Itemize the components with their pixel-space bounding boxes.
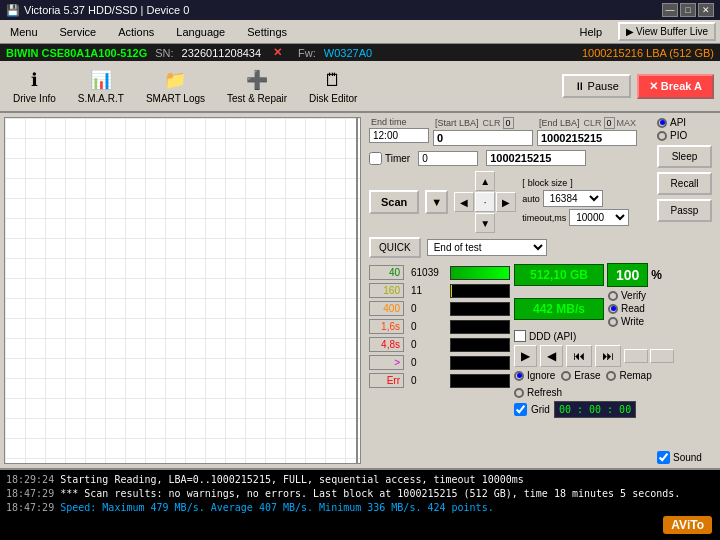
stat-value-gt: 0 [411,357,446,368]
grid-time: 00 : 00 : 00 [554,401,636,418]
api-radio[interactable]: API [657,117,718,128]
right-panel: End time [Start LBA] CLR 0 [End LBA] CLR… [365,113,655,468]
api-radio-dot [657,118,667,128]
stat-value-400: 0 [411,303,446,314]
menu-item-language[interactable]: Language [170,24,231,40]
playback-row: ▶ ◀ ⏮ ⏭ [514,345,674,367]
play-button[interactable]: ▶ [514,345,537,367]
nav-arrows: ▲ ◀ · ▶ ▼ [454,171,516,233]
sn-value: 2326011208434 [182,47,262,59]
device-close[interactable]: ✕ [273,46,282,59]
ignore-radio[interactable]: Ignore [514,370,555,381]
stat-value-4800: 0 [411,339,446,350]
nav-down[interactable]: ▼ [475,213,495,233]
menu-item-menu[interactable]: Menu [4,24,44,40]
timer-checkbox[interactable] [369,152,382,165]
skip-forward-button[interactable]: ⏭ [595,345,621,367]
end-time-input[interactable] [369,128,429,143]
pause-icon: ⏸ [574,80,585,92]
quick-button[interactable]: QUICK [369,237,421,258]
sleep-button[interactable]: Sleep [657,145,712,168]
graph-area [4,117,361,464]
start-lba-input[interactable] [433,130,533,146]
clr-label1: CLR [483,118,501,128]
size-display: 512,10 GB [514,264,604,286]
menu-bar: Menu Service Actions Language Settings H… [0,20,720,44]
timer-lba-input[interactable] [486,150,586,166]
smart-logs-label: SMART Logs [146,93,205,104]
max-label: MAX [617,118,637,128]
timeout-label: timeout,ms [522,213,566,223]
refresh-radio[interactable]: Refresh [514,387,562,398]
test-repair-button[interactable]: ➕ Test & Repair [220,65,294,107]
toolbar: ℹ Drive Info 📊 S.M.A.R.T 📁 SMART Logs ➕ … [0,61,720,113]
view-buffer-button[interactable]: ▶ View Buffer Live [618,22,716,41]
menu-item-settings[interactable]: Settings [241,24,293,40]
skip-back-button[interactable]: ⏮ [566,345,592,367]
nav-up[interactable]: ▲ [475,171,495,191]
scan-button[interactable]: Scan [369,190,419,214]
break-icon: ✕ [649,80,658,92]
nav-center[interactable]: · [475,192,495,212]
pio-radio[interactable]: PIO [657,130,718,141]
log-time-1: 18:47:29 [6,488,54,499]
end-test-select[interactable]: End of test [427,239,547,256]
write-radio-dot [608,317,618,327]
view-buffer-icon: ▶ [626,26,634,37]
remap-radio[interactable]: Remap [606,370,651,381]
test-repair-label: Test & Repair [227,93,287,104]
verify-radio-dot [608,291,618,301]
refresh-radio-dot [514,388,524,398]
block-size-select[interactable]: 16384 [543,190,603,207]
write-radio[interactable]: Write [608,316,646,327]
log-text-1: *** Scan results: no warnings, no errors… [60,488,680,499]
read-radio[interactable]: Read [608,303,646,314]
right-sidebar: API PIO Sleep Recall Passp Sound [655,113,720,468]
app-title: Victoria 5.37 HDD/SSD | Device 0 [24,4,189,16]
maximize-button[interactable]: □ [680,3,696,17]
timer-label: Timer [385,153,410,164]
ddd-checkbox[interactable] [514,330,526,342]
end-lba-input[interactable] [537,130,637,146]
grid-checkbox[interactable] [514,403,527,416]
menu-item-service[interactable]: Service [54,24,103,40]
log-time-0: 18:29:24 [6,474,54,485]
break-button[interactable]: ✕ Break A [637,74,714,99]
remap-radio-dot [606,371,616,381]
smart-button[interactable]: 📊 S.M.A.R.T [71,65,131,107]
clr-label2: CLR [584,118,602,128]
verify-label: Verify [621,290,646,301]
erase-radio[interactable]: Erase [561,370,600,381]
passp-button[interactable]: Passp [657,199,712,222]
timer-input[interactable] [418,151,478,166]
menu-item-help[interactable]: Help [573,24,608,40]
menu-item-actions[interactable]: Actions [112,24,160,40]
timeout-select[interactable]: 10000 [569,209,629,226]
graph-border-right [356,118,358,463]
stat-label-1600: 1,6s [369,319,404,334]
api-label: API [670,117,686,128]
avito-watermark: AViTo [663,516,712,534]
close-button[interactable]: ✕ [698,3,714,17]
stat-value-err: 0 [411,375,446,386]
stat-label-err: Err [369,373,404,388]
smart-logs-button[interactable]: 📁 SMART Logs [139,65,212,107]
extra-btn-1[interactable] [624,349,648,363]
read-label: Read [621,303,645,314]
fw-label: Fw: [298,47,316,59]
nav-right[interactable]: ▶ [496,192,516,212]
drive-info-button[interactable]: ℹ Drive Info [6,65,63,107]
sound-checkbox[interactable] [657,451,670,464]
verify-radio[interactable]: Verify [608,290,646,301]
nav-left[interactable]: ◀ [454,192,474,212]
start-lba-label: [Start LBA] [433,118,481,128]
log-line-1: 18:47:29 *** Scan results: no warnings, … [6,487,714,501]
scan-dropdown-button[interactable]: ▼ [425,190,448,214]
rewind-button[interactable]: ◀ [540,345,563,367]
disk-editor-button[interactable]: 🗒 Disk Editor [302,65,364,107]
recall-button[interactable]: Recall [657,172,712,195]
break-label: Break A [661,80,702,92]
title-bar: 💾 Victoria 5.37 HDD/SSD | Device 0 — □ ✕ [0,0,720,20]
pause-button[interactable]: ⏸ Pause [562,74,631,98]
minimize-button[interactable]: — [662,3,678,17]
